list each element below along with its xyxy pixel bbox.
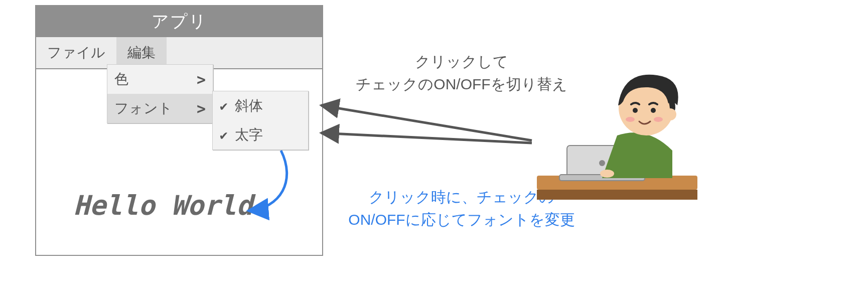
annotation-bottom-line2: ON/OFFに応じてフォントを変更 [348,211,574,228]
submenu-color[interactable]: 色 > [107,65,213,94]
font-bold-item[interactable]: ✔ 太字 [213,120,308,150]
menu-edit[interactable]: 編集 [116,37,167,68]
svg-point-4 [599,160,605,166]
submenu-color-label: 色 [114,70,128,89]
titlebar: アプリ [36,6,322,37]
pointer-arrow-bold [321,133,532,143]
svg-point-5 [600,170,614,178]
display-text: Hello World [73,190,253,221]
submenu-font-options: ✔ 斜体 ✔ 太字 [212,91,309,150]
check-icon: ✔ [220,98,228,113]
font-italic-label: 斜体 [235,96,263,115]
submenu-font-label: フォント [114,99,173,118]
check-icon: ✔ [220,127,228,142]
font-bold-label: 太字 [235,125,263,144]
title-text: アプリ [152,12,207,31]
annotation-top-line1: クリックして [415,53,508,70]
person-illustration [532,60,702,211]
svg-point-10 [626,117,635,122]
pointer-arrow-italic [321,105,532,140]
svg-point-9 [651,108,656,113]
submenu-font[interactable]: フォント > [107,94,213,123]
svg-point-7 [664,108,676,120]
svg-rect-1 [537,190,697,200]
chevron-right-icon: > [197,100,206,117]
svg-point-8 [633,108,638,113]
menu-file[interactable]: ファイル [36,37,116,68]
font-italic-item[interactable]: ✔ 斜体 [213,91,308,120]
submenu-edit: 色 > フォント > [107,64,213,123]
chevron-right-icon: > [197,71,206,88]
svg-point-11 [654,117,663,122]
annotation-bottom-line1: クリック時に、チェックの [369,189,554,205]
